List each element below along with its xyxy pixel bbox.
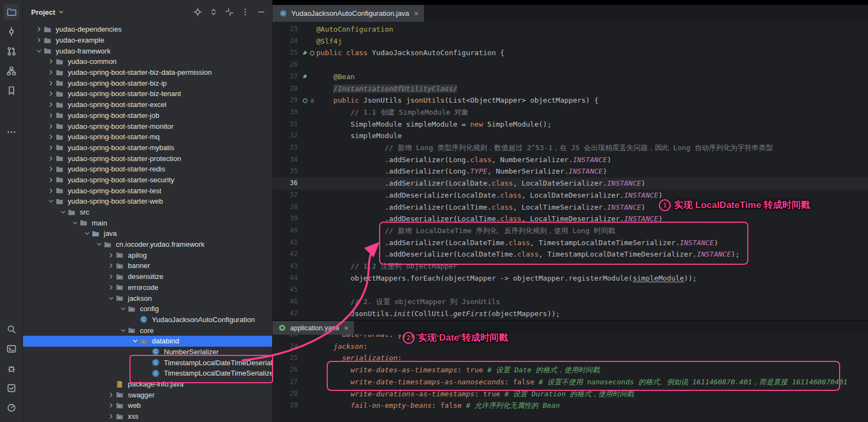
line-number[interactable]: 32 <box>273 130 301 142</box>
tree-item-yudao-spring-boot-starter-biz-data-permission[interactable]: yudao-spring-boot-starter-biz-data-permi… <box>22 67 272 78</box>
chevron-expanded-icon[interactable] <box>119 305 127 313</box>
tree-item-yudao-framework[interactable]: yudao-framework <box>22 45 272 56</box>
tree-item-yudao-spring-boot-starter-monitor[interactable]: yudao-spring-boot-starter-monitor <box>22 121 272 132</box>
code-line-26[interactable]: 26 write-dates-as-timestamps: true # 设置 … <box>273 364 868 376</box>
code-line-43[interactable]: 43 // 1.2 注册到 objectMapper <box>273 260 868 272</box>
chevron-collapsed-icon[interactable] <box>46 165 55 174</box>
chevron-collapsed-icon[interactable] <box>107 251 115 259</box>
project-icon[interactable] <box>4 4 19 20</box>
code-line-27[interactable]: 27 @Bean <box>273 71 868 83</box>
profiler-icon[interactable] <box>4 400 19 415</box>
code-line-36[interactable]: 36 .addSerializer(LocalDate.class, Local… <box>273 177 868 189</box>
structure-icon[interactable] <box>4 63 19 79</box>
chevron-collapsed-icon[interactable] <box>34 25 43 34</box>
tree-item-yudao-common[interactable]: yudao-common <box>22 56 272 67</box>
line-number[interactable]: 38 <box>273 201 301 213</box>
chevron-collapsed-icon[interactable] <box>46 68 55 77</box>
line-number[interactable]: 47 <box>273 308 301 320</box>
code-line-29[interactable]: 29 fail-on-empty-beans: false # 允许序列化无属性… <box>273 400 868 412</box>
chevron-expanded-icon[interactable] <box>119 326 127 335</box>
code-line-33[interactable]: 33 // 新增 Long 类型序列化规则，数值超过 2^53-1，在 JS 会… <box>273 142 868 154</box>
chevron-expanded-icon[interactable] <box>34 46 43 55</box>
locate-icon[interactable] <box>193 8 202 16</box>
tree-item-banner[interactable]: banner <box>22 260 272 271</box>
chevron-collapsed-icon[interactable] <box>46 175 55 184</box>
line-number[interactable]: 35 <box>273 165 301 177</box>
close-tab-icon[interactable]: × <box>414 9 418 18</box>
line-number[interactable]: 41 <box>273 237 301 249</box>
line-number[interactable]: 26 <box>273 364 301 376</box>
tree-item-yudao-spring-boot-starter-test[interactable]: yudao-spring-boot-starter-test <box>22 185 272 196</box>
line-number[interactable]: 24 <box>273 341 301 353</box>
tree-item-src[interactable]: src <box>22 207 272 218</box>
chevron-collapsed-icon[interactable] <box>46 90 55 98</box>
chevron-expanded-icon[interactable] <box>82 229 91 238</box>
kebab-icon[interactable] <box>241 8 250 16</box>
chevron-collapsed-icon[interactable] <box>46 186 55 195</box>
leaf-icon[interactable] <box>302 74 308 80</box>
chevron-collapsed-icon[interactable] <box>46 100 55 109</box>
code-line-28[interactable]: 28 /InstantiationOfUtilityClass/ <box>273 83 868 95</box>
tree-item-yudao-spring-boot-starter-excel[interactable]: yudao-spring-boot-starter-excel <box>22 99 272 110</box>
tree-item-main[interactable]: main <box>22 217 272 228</box>
tree-item-yudao-spring-boot-starter-redis[interactable]: yudao-spring-boot-starter-redis <box>22 164 272 175</box>
line-number[interactable]: 27 <box>273 376 301 388</box>
chevron-collapsed-icon[interactable] <box>46 143 55 152</box>
tree-item-core[interactable]: core <box>22 325 272 336</box>
code-line-31[interactable]: 31 SimpleModule simpleModule = new Simpl… <box>273 118 868 130</box>
tree-item-yudao-spring-boot-starter-mq[interactable]: yudao-spring-boot-starter-mq <box>22 132 272 142</box>
code-line-24[interactable]: 24 jackson: <box>273 341 868 353</box>
tree-item-yudao-spring-boot-starter-protection[interactable]: yudao-spring-boot-starter-protection <box>22 153 272 164</box>
line-number[interactable]: 33 <box>273 142 301 154</box>
tree-item-swagger[interactable]: swagger <box>22 389 272 400</box>
code-line-25[interactable]: 25 serialization: <box>273 352 868 364</box>
line-number[interactable]: 29 <box>273 400 301 412</box>
yaml-code[interactable]: 23 date-format: yyyy-MM-dd HH:mm:ss24 ja… <box>273 335 868 422</box>
code-line-24[interactable]: 24@Slf4j <box>273 35 868 47</box>
code-line-23[interactable]: 23 date-format: yyyy-MM-dd HH:mm:ss <box>273 335 868 341</box>
debug-icon[interactable] <box>4 361 19 376</box>
line-number[interactable]: 42 <box>273 248 301 260</box>
line-number[interactable]: 44 <box>273 272 301 284</box>
chevron-collapsed-icon[interactable] <box>107 261 115 270</box>
bean-icon[interactable] <box>309 50 315 56</box>
line-number[interactable]: 23 <box>273 23 301 35</box>
at-icon[interactable]: @ <box>309 98 315 104</box>
tree-item-TimestampLocalDateTimeDeserializer[interactable]: CTimestampLocalDateTimeDeserializer <box>22 357 272 368</box>
minus-icon[interactable] <box>257 8 265 16</box>
chevron-expanded-icon[interactable] <box>131 337 139 346</box>
chevron-collapsed-icon[interactable] <box>46 154 55 163</box>
line-number[interactable]: 36 <box>273 177 301 189</box>
tree-item-YudaoJacksonAutoConfiguration[interactable]: CYudaoJacksonAutoConfiguration <box>22 314 272 325</box>
code-line-23[interactable]: 23@AutoConfiguration <box>273 23 868 35</box>
tree-item-yudao-spring-boot-starter-biz-ip[interactable]: yudao-spring-boot-starter-biz-ip <box>22 78 272 88</box>
tree-item-yudao-spring-boot-starter-mybatis[interactable]: yudao-spring-boot-starter-mybatis <box>22 142 272 153</box>
chevron-collapsed-icon[interactable] <box>34 36 43 45</box>
code-line-35[interactable]: 35 .addSerializer(Long.TYPE, NumberSeria… <box>273 165 868 177</box>
code-line-41[interactable]: 41 .addSerializer(LocalDateTime.class, T… <box>273 237 868 249</box>
tab-yudao-jackson-auto-configuration[interactable]: C YudaoJacksonAutoConfiguration.java × <box>273 5 424 22</box>
tree-item-yudao-dependencies[interactable]: yudao-dependencies <box>22 24 272 35</box>
line-number[interactable]: 40 <box>273 225 301 237</box>
line-number[interactable]: 39 <box>273 213 301 225</box>
line-number[interactable]: 28 <box>273 388 301 400</box>
chevron-collapsed-icon[interactable] <box>46 133 55 141</box>
project-panel-title[interactable]: Project <box>31 8 55 16</box>
code-line-44[interactable]: 44 objectMappers.forEach(objectMapper ->… <box>273 272 868 284</box>
code-line-30[interactable]: 30 // 1.1 创建 SimpleModule 对象 <box>273 106 868 118</box>
code-line-38[interactable]: 38 .addSerializer(LocalTime.class, Local… <box>273 201 868 213</box>
tree-item-jackson[interactable]: jackson <box>22 293 272 304</box>
tree-item-cn.iocoder.yudao.framework[interactable]: cn.iocoder.yudao.framework <box>22 239 272 250</box>
line-number[interactable]: 27 <box>273 71 301 83</box>
line-number[interactable]: 24 <box>273 35 301 47</box>
line-number[interactable]: 46 <box>273 296 301 308</box>
line-number[interactable]: 29 <box>273 94 301 106</box>
bookmarks-icon[interactable] <box>4 83 19 98</box>
tree-item-yudao-spring-boot-starter-security[interactable]: yudao-spring-boot-starter-security <box>22 175 272 186</box>
line-number[interactable]: 25 <box>273 47 301 59</box>
tree-item-package-info.java[interactable]: package-info.java <box>22 379 272 390</box>
chevron-collapsed-icon[interactable] <box>46 79 55 87</box>
chevron-expanded-icon[interactable] <box>95 240 103 249</box>
tree-item-java[interactable]: java <box>22 228 272 239</box>
tree-item-NumberSerializer[interactable]: CNumberSerializer <box>22 347 272 358</box>
